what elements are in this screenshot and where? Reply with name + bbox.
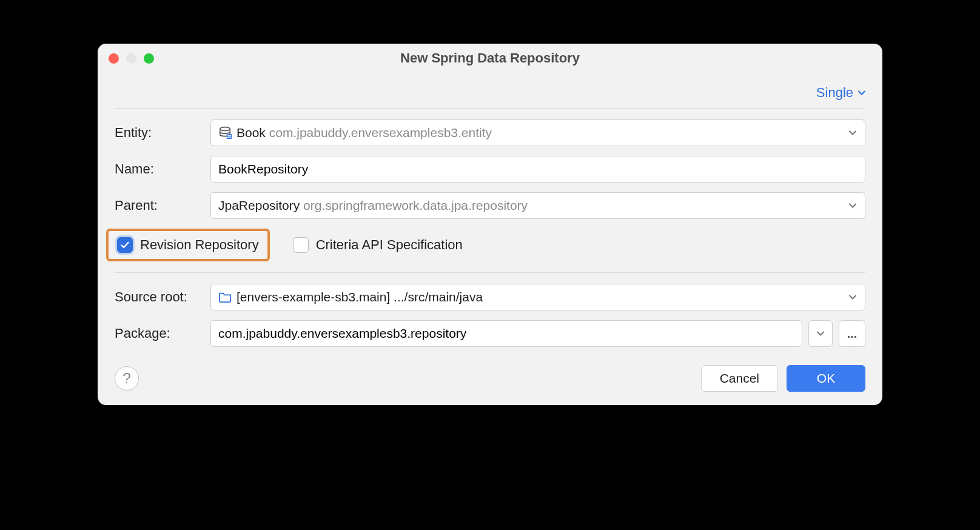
parent-label: Parent: [115, 198, 210, 213]
entity-name: Book [237, 126, 266, 140]
titlebar: New Spring Data Repository [98, 44, 882, 73]
svg-rect-1 [227, 134, 232, 139]
package-input[interactable] [218, 326, 799, 341]
maximize-window-button[interactable] [144, 53, 154, 64]
package-browse-button[interactable]: ... [839, 320, 865, 347]
checkmark-icon [120, 240, 130, 250]
chevron-down-icon [849, 294, 856, 301]
package-input-wrapper [210, 320, 802, 347]
mode-toggle[interactable]: Single [816, 85, 865, 101]
package-label: Package: [115, 326, 210, 341]
chevron-down-icon [849, 129, 856, 136]
help-button[interactable]: ? [115, 366, 139, 391]
svg-rect-5 [229, 136, 230, 138]
svg-rect-4 [227, 136, 229, 138]
cancel-button[interactable]: Cancel [701, 365, 778, 392]
entity-package: com.jpabuddy.enversexamplesb3.entity [269, 126, 492, 140]
options-row: Revision Repository Criteria API Specifi… [115, 229, 865, 261]
criteria-checkbox-group[interactable]: Criteria API Specification [293, 237, 463, 253]
revision-checkbox-group[interactable]: Revision Repository [117, 237, 259, 253]
parent-row: Parent: JpaRepository org.springframewor… [115, 192, 865, 219]
dialog-footer: ? Cancel OK [98, 357, 882, 392]
revision-checkbox[interactable] [117, 237, 133, 253]
revision-highlight: Revision Repository [106, 229, 270, 261]
svg-rect-2 [227, 135, 229, 136]
parent-name: JpaRepository [218, 198, 300, 213]
entity-row: Entity: [115, 119, 865, 146]
chevron-down-icon [817, 330, 824, 337]
entity-combo[interactable]: Book com.jpabuddy.enversexamplesb3.entit… [210, 119, 865, 146]
package-row: Package: ... [115, 320, 865, 347]
chevron-down-icon [858, 89, 865, 96]
mode-label: Single [816, 85, 853, 101]
minimize-window-button[interactable] [126, 53, 136, 64]
parent-package: org.springframework.data.jpa.repository [303, 198, 528, 213]
source-root-row: Source root: [envers-example-sb3.main] .… [115, 284, 865, 310]
window-controls [109, 53, 154, 64]
source-root-label: Source root: [115, 289, 210, 305]
criteria-label: Criteria API Specification [316, 237, 463, 253]
name-row: Name: [115, 156, 865, 183]
svg-rect-3 [229, 135, 230, 136]
revision-label: Revision Repository [140, 237, 259, 253]
package-dropdown-button[interactable] [808, 320, 833, 347]
separator [115, 108, 865, 109]
parent-combo[interactable]: JpaRepository org.springframework.data.j… [210, 192, 865, 219]
svg-point-0 [220, 127, 230, 131]
name-input-wrapper [210, 156, 865, 183]
new-repository-dialog: New Spring Data Repository Single Entity… [98, 44, 882, 405]
close-window-button[interactable] [109, 53, 119, 64]
entity-icon [218, 126, 232, 139]
folder-icon [218, 292, 232, 303]
source-root-combo[interactable]: [envers-example-sb3.main] .../src/main/j… [210, 284, 865, 310]
criteria-checkbox[interactable] [293, 237, 309, 253]
entity-label: Entity: [115, 125, 210, 141]
dialog-title: New Spring Data Repository [109, 50, 871, 66]
separator [115, 272, 865, 273]
ok-button[interactable]: OK [787, 365, 865, 392]
name-input[interactable] [218, 162, 858, 176]
name-label: Name: [115, 161, 210, 177]
source-root-value: [envers-example-sb3.main] .../src/main/j… [237, 290, 483, 304]
chevron-down-icon [849, 202, 856, 209]
